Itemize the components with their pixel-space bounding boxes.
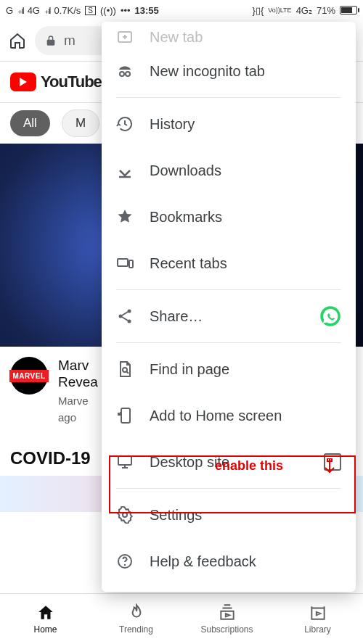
share-icon [116, 307, 134, 325]
menu-find-in-page[interactable]: Find in page [102, 346, 356, 392]
nav-home[interactable]: Home [0, 594, 91, 644]
menu-incognito[interactable]: New incognito tab [102, 48, 356, 94]
downloads-icon [116, 162, 134, 179]
url-text: m [64, 33, 76, 49]
volte-icon: Vo))​LTE [268, 7, 291, 14]
youtube-wordmark: YouTube [41, 73, 102, 91]
home-icon [36, 603, 55, 622]
svg-rect-4 [129, 260, 133, 268]
find-in-page-icon [116, 360, 134, 378]
whatsapp-icon[interactable] [319, 305, 341, 327]
nav-trending-label: Trending [119, 624, 153, 635]
settings-icon [116, 506, 134, 524]
svg-point-2 [126, 72, 130, 76]
menu-settings-label: Settings [150, 507, 341, 524]
clock-time: 13:55 [135, 5, 159, 16]
s-box-icon: S [85, 6, 96, 15]
menu-help-label: Help & feedback [150, 553, 341, 570]
menu-find-label: Find in page [150, 361, 341, 378]
battery-percent: 71% [317, 5, 335, 16]
desktop-icon [116, 453, 134, 471]
menu-desktop-label: Desktop site [150, 454, 308, 471]
new-tab-icon [116, 28, 134, 46]
data-speed: 0.7K/s [54, 5, 81, 16]
trending-icon [127, 603, 146, 622]
channel-avatar[interactable]: MARVEL [10, 357, 48, 395]
menu-separator [116, 97, 341, 98]
svg-rect-3 [118, 259, 128, 266]
svg-point-14 [124, 564, 126, 566]
chrome-home-icon[interactable] [9, 32, 26, 49]
youtube-logo-icon[interactable] [10, 73, 36, 91]
svg-rect-11 [118, 456, 131, 465]
bookmarks-icon [116, 208, 134, 226]
history-icon [116, 115, 134, 133]
subscriptions-icon [218, 603, 237, 622]
menu-share-label: Share… [150, 308, 303, 325]
nav-library-label: Library [304, 624, 331, 635]
menu-bookmarks[interactable]: Bookmarks [102, 194, 356, 240]
menu-recent-tabs-label: Recent tabs [150, 255, 341, 272]
channel-name: Marve [58, 395, 89, 407]
menu-new-tab-label: New tab [150, 29, 341, 46]
vibrate-icon: }▯{ [253, 5, 264, 16]
menu-history[interactable]: History [102, 101, 356, 147]
library-icon [309, 603, 327, 622]
network-4g: 4G [28, 5, 40, 16]
signal-bars-1: ₊ıl [17, 5, 23, 16]
status-bar: G ₊ıl 4G ₊ıl 0.7K/s S ((•)) ••• 13:55 }▯… [0, 0, 363, 20]
recent-tabs-icon [116, 255, 134, 272]
video-title-line1: Marv [58, 357, 98, 374]
desktop-site-checkbox[interactable] [324, 453, 341, 471]
svg-point-12 [123, 513, 127, 517]
chip-second[interactable]: M [62, 110, 99, 137]
svg-rect-10 [121, 408, 130, 423]
menu-add-home-label: Add to Home screen [150, 408, 341, 424]
nav-library[interactable]: Library [272, 594, 363, 644]
nav-home-label: Home [33, 624, 57, 635]
nav-subscriptions-label: Subscriptions [200, 624, 253, 635]
menu-desktop-site[interactable]: Desktop site [102, 439, 356, 485]
help-icon [116, 553, 134, 570]
avatar-label: MARVEL [9, 370, 48, 382]
lock-icon [45, 35, 57, 46]
menu-settings[interactable]: Settings [102, 492, 356, 538]
incognito-icon [116, 62, 134, 80]
menu-separator [116, 289, 341, 290]
video-age: ago [58, 411, 76, 424]
nav-subscriptions[interactable]: Subscriptions [182, 594, 272, 644]
nav-trending[interactable]: Trending [91, 594, 182, 644]
menu-share[interactable]: Share… [102, 293, 356, 339]
bottom-nav: Home Trending Subscriptions Library [0, 593, 363, 644]
network-4g2: 4G₂ [296, 5, 312, 16]
chip-all[interactable]: All [10, 110, 50, 136]
add-to-home-icon [116, 407, 134, 424]
menu-downloads[interactable]: Downloads [102, 147, 356, 194]
menu-recent-tabs[interactable]: Recent tabs [102, 240, 356, 286]
menu-new-tab[interactable]: New tab [102, 26, 356, 48]
svg-point-1 [120, 72, 124, 76]
chrome-overflow-menu: New tab New incognito tab History Downlo… [102, 22, 356, 592]
video-title-line2: Revea [58, 374, 98, 390]
menu-bookmarks-label: Bookmarks [150, 209, 341, 226]
hotspot-icon: ((•)) [100, 5, 116, 16]
menu-downloads-label: Downloads [150, 162, 341, 179]
menu-separator [116, 342, 341, 343]
menu-separator [116, 488, 341, 489]
menu-add-to-home[interactable]: Add to Home screen [102, 392, 356, 439]
menu-help[interactable]: Help & feedback [102, 538, 356, 585]
signal-bars-2: ₊ıl [44, 5, 50, 16]
battery-icon [340, 6, 357, 15]
more-dots-icon: ••• [121, 5, 131, 16]
menu-incognito-label: New incognito tab [150, 63, 341, 80]
menu-history-label: History [150, 116, 341, 133]
network-g: G [6, 5, 13, 16]
